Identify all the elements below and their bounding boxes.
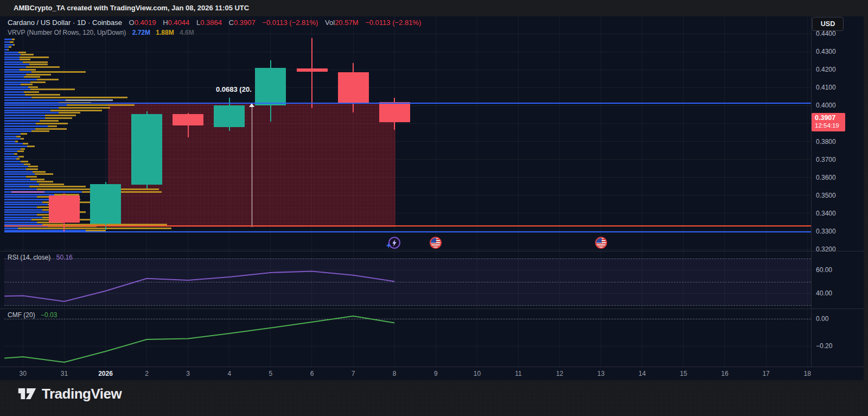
price-scale-label: 0.3700 [816, 156, 836, 163]
time-axis-label: 4 [218, 370, 241, 377]
price-scale-label: 0.4100 [816, 84, 836, 91]
flag-canton [596, 238, 602, 243]
price-scale-label: 0.3300 [816, 228, 836, 235]
time-axis-label: 16 [713, 370, 737, 377]
time-axis-label: 5 [259, 370, 283, 377]
price-scale-label: 0.3600 [816, 174, 836, 181]
time-axis-label: 2 [135, 370, 159, 377]
time-axis-label: 13 [589, 370, 613, 377]
price-scale-label: 0.4300 [816, 48, 836, 55]
time-axis-label: 15 [672, 370, 695, 377]
symbol-header: Cardano / US Dollar · 1D · Coinbase O0.4… [8, 18, 421, 27]
price-scale-label: 0.3400 [816, 210, 836, 217]
rsi-pane-header: RSI (14, close) 50.16 [8, 254, 73, 261]
time-axis-label: 6 [300, 370, 324, 377]
tradingview-logo-text: TradingView [42, 386, 122, 402]
rsi-scale-label: 40.00 [816, 289, 832, 297]
tradingview-logo[interactable]: TradingView [18, 385, 122, 402]
us-economic-event-flag-icon[interactable] [595, 237, 607, 249]
volume-value: 20.57M [335, 18, 358, 27]
vrvp-label[interactable]: VRVP (Number Of Rows, 120, Up/Down) [8, 29, 126, 36]
last-price-value: 0.3907 [815, 114, 845, 122]
price-scale-label: 0.3500 [816, 192, 836, 199]
rsi-scale-label: 60.00 [816, 266, 832, 274]
time-axis-label: 3 [176, 370, 200, 377]
price-scale-label: 0.3800 [816, 138, 836, 146]
horizontal-ray-drawing[interactable] [4, 103, 811, 104]
time-axis-label: 7 [341, 370, 365, 377]
horizontal-ray-drawing[interactable] [4, 225, 811, 226]
vrvp-down-volume: 1.88M [156, 29, 174, 36]
close-label: C [229, 18, 234, 27]
tradingview-logo-icon [18, 385, 36, 402]
time-axis-label: 31 [52, 370, 76, 377]
last-price-badge: 0.3907 12:54:19 [812, 113, 845, 131]
time-axis-label: 30 [11, 370, 35, 377]
time-axis-label: 14 [630, 370, 654, 377]
volume-change: −0.0113 (−2.81%) [365, 18, 421, 27]
cmf-pane-header: CMF (20) −0.03 [8, 311, 57, 319]
attribution-text: AMBCrypto_TA created with TradingView.co… [14, 4, 249, 12]
currency-toggle-button[interactable]: USD [812, 17, 844, 31]
footer: TradingView [0, 380, 868, 416]
bar-countdown: 12:54:19 [815, 122, 845, 129]
price-scale-label: 0.3200 [816, 245, 836, 253]
lightning-bolt-icon [392, 239, 397, 247]
price-scale-label: 0.4400 [816, 30, 836, 37]
time-axis-label: 12 [548, 370, 572, 377]
price-scale-label: 0.4000 [816, 102, 836, 109]
time-axis-label: 9 [424, 370, 448, 377]
time-axis-label: 8 [382, 370, 406, 377]
symbol-title[interactable]: Cardano / US Dollar · 1D · Coinbase [8, 18, 122, 27]
time-axis-label: 2026 [94, 370, 118, 377]
high-label: H [163, 18, 168, 27]
price-scale-separator[interactable] [811, 16, 812, 367]
chart-area[interactable]: 30312026234567891011121314151617180.4400… [0, 16, 864, 380]
volume-label: Vol [325, 18, 335, 27]
low-value: 0.3864 [200, 18, 222, 27]
price-scale-label: 0.4200 [816, 66, 836, 73]
rsi-label[interactable]: RSI (14, close) [8, 254, 50, 261]
open-label: O [129, 18, 135, 27]
vrvp-up-volume: 2.72M [132, 29, 150, 36]
vrvp-total-volume: 4.6M [180, 29, 194, 36]
flag-canton [431, 238, 436, 243]
time-axis-label: 18 [795, 370, 819, 377]
time-axis-label: 11 [507, 370, 531, 377]
cmf-value: −0.03 [41, 311, 57, 319]
change-value: −0.0113 (−2.81%) [262, 18, 318, 27]
high-value: 0.4044 [168, 18, 190, 27]
time-axis-label: 10 [465, 370, 489, 377]
cmf-label[interactable]: CMF (20) [8, 311, 35, 319]
vrvp-indicator-row: VRVP (Number Of Rows, 120, Up/Down) 2.72… [8, 29, 194, 36]
cmf-scale-label: 0.00 [816, 315, 828, 323]
close-value: 0.3907 [234, 18, 256, 27]
open-value: 0.4019 [135, 18, 156, 27]
cmf-line [0, 16, 811, 380]
rsi-value: 50.16 [56, 254, 73, 261]
attribution-bar: AMBCrypto_TA created with TradingView.co… [0, 0, 868, 16]
horizontal-ray-drawing[interactable] [4, 231, 811, 232]
time-axis-label: 17 [754, 370, 778, 377]
cmf-scale-label: −0.20 [816, 342, 832, 350]
